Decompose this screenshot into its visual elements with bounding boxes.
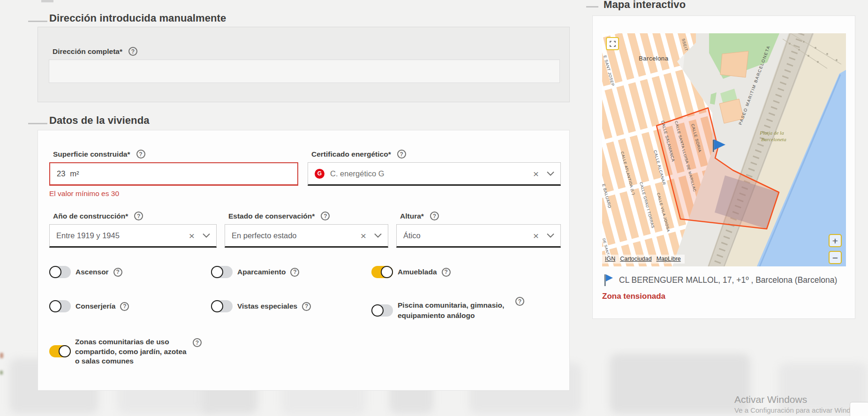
surface-value: 23 — [57, 169, 65, 178]
vistas-toggle[interactable] — [211, 300, 233, 312]
floor-label-row: Altura* ? — [400, 212, 439, 220]
amueblada-toggle[interactable] — [371, 266, 393, 278]
flag-icon — [603, 273, 613, 287]
year-select[interactable]: Entre 1919 y 1945 × — [49, 224, 217, 248]
tension-zone-status: Zona tensionada — [602, 292, 665, 301]
help-icon[interactable]: ? — [136, 150, 145, 159]
zonas-comunitarias-label: Zonas comunitarias de uso compartido, co… — [75, 337, 190, 366]
fullscreen-button[interactable] — [606, 37, 619, 50]
piscina-label: Piscina comunitaria, gimnasio, equipamie… — [398, 300, 505, 321]
toggle-amueblada-row: Amueblada ? — [371, 266, 451, 278]
help-icon[interactable]: ? — [321, 212, 330, 220]
chevron-down-icon[interactable] — [547, 171, 554, 176]
zoom-in-button[interactable]: + — [829, 234, 842, 247]
clear-icon[interactable]: × — [189, 231, 195, 241]
cutoff-element-stub — [41, 0, 53, 2]
zonas-comunitarias-toggle[interactable] — [49, 345, 71, 357]
condition-label: Estado de conservación* — [228, 212, 315, 220]
help-icon[interactable]: ? — [113, 268, 122, 277]
help-icon[interactable]: ? — [120, 302, 129, 311]
chevron-down-icon[interactable] — [203, 233, 210, 238]
aparcamiento-toggle[interactable] — [211, 266, 233, 278]
windows-watermark-line2: Ve a Configuración para activar Windows. — [734, 406, 865, 414]
surface-label-row: Superficie construida* ? — [53, 150, 145, 159]
fullscreen-icon — [610, 41, 616, 47]
energy-rating-badge: G — [315, 169, 325, 179]
help-icon[interactable]: ? — [290, 268, 299, 277]
surface-label: Superficie construida* — [53, 150, 130, 159]
section-title-dwelling: Datos de la vivienda — [49, 114, 150, 127]
interactive-map[interactable]: Barcelona Platja de la Barceloneta E SAN… — [602, 33, 846, 266]
chevron-down-icon[interactable] — [374, 233, 382, 238]
cutoff-corner-widget[interactable] — [850, 402, 868, 416]
energy-select[interactable]: G C. energético G × — [308, 162, 561, 186]
help-icon[interactable]: ? — [430, 212, 439, 220]
surface-input[interactable]: 23 m² — [49, 162, 298, 186]
toggle-ascensor-row: Ascensor ? — [49, 266, 122, 278]
clear-icon[interactable]: × — [533, 231, 539, 241]
heading-dash — [28, 21, 47, 22]
toggle-conserjeria-row: Conserjería ? — [49, 300, 129, 312]
ascensor-label: Ascensor — [75, 268, 109, 276]
chevron-down-icon[interactable] — [547, 233, 554, 238]
energy-label-row: Certificado energético* ? — [311, 150, 406, 159]
help-icon[interactable]: ? — [134, 212, 143, 220]
map-city-label: Barcelona — [639, 55, 669, 62]
windows-watermark-line1: Activar Windows — [734, 394, 807, 405]
full-address-label-row: Dirección completa* ? — [53, 47, 137, 56]
heading-dash — [586, 6, 598, 8]
heading-dash — [28, 123, 47, 124]
ascensor-toggle[interactable] — [49, 266, 71, 278]
surface-error: El valor mínimo es 30 — [49, 189, 119, 198]
map-attribution: IGN Cartociudad MapLibre — [602, 255, 685, 264]
amueblada-label: Amueblada — [398, 268, 437, 276]
piscina-toggle[interactable] — [371, 304, 393, 317]
attribution-link-maplibre[interactable]: MapLibre — [657, 256, 681, 262]
help-icon[interactable]: ? — [515, 297, 524, 306]
page: Dirección introducida manualmente Direcc… — [0, 0, 868, 416]
map-address-row: CL BERENGUER MALLOL, 17, +1º , Barcelona… — [603, 273, 837, 287]
help-icon[interactable]: ? — [128, 47, 137, 56]
toggle-aparcamiento-row: Aparcamiento ? — [211, 266, 299, 278]
condition-value: En perfecto estado — [232, 231, 297, 240]
full-address-label: Dirección completa* — [53, 47, 122, 56]
help-icon[interactable]: ? — [302, 302, 311, 311]
help-icon[interactable]: ? — [397, 150, 406, 159]
attribution-link-ign[interactable]: IGN — [605, 256, 615, 262]
floor-select[interactable]: Ático × — [396, 224, 561, 248]
toggle-vistas-row: Vistas especiales ? — [211, 300, 311, 312]
map-beach-label-line2: Barceloneta — [761, 136, 786, 142]
help-icon[interactable]: ? — [193, 338, 202, 347]
conserjeria-toggle[interactable] — [49, 300, 71, 312]
surface-unit: m² — [70, 169, 79, 178]
clear-icon[interactable]: × — [361, 231, 366, 241]
section-title-map: Mapa interactivo — [604, 0, 686, 11]
toggle-piscina-row: Piscina comunitaria, gimnasio, equipamie… — [371, 300, 505, 321]
energy-value: C. energético G — [330, 169, 385, 178]
map-beach-label-line1: Platja de la — [759, 130, 784, 136]
full-address-input[interactable] — [49, 60, 560, 83]
section-title-manual-address: Dirección introducida manualmente — [49, 12, 226, 24]
energy-label: Certificado energético* — [311, 150, 391, 159]
floor-label: Altura* — [400, 212, 424, 220]
floor-value: Ático — [403, 231, 421, 240]
clear-icon[interactable]: × — [533, 169, 539, 179]
zoom-out-button[interactable]: − — [829, 251, 842, 264]
dwelling-panel: Superficie construida* ? Certificado ene… — [38, 130, 570, 391]
year-label-row: Año de construcción* ? — [53, 212, 143, 220]
conserjeria-label: Conserjería — [75, 302, 115, 310]
map-address: CL BERENGUER MALLOL, 17, +1º , Barcelona… — [619, 275, 837, 285]
condition-label-row: Estado de conservación* ? — [228, 212, 330, 220]
condition-select[interactable]: En perfecto estado × — [225, 224, 388, 248]
help-icon[interactable]: ? — [442, 268, 451, 277]
attribution-link-cartociudad[interactable]: Cartociudad — [620, 256, 651, 262]
year-label: Año de construcción* — [53, 212, 128, 220]
year-value: Entre 1919 y 1945 — [56, 231, 120, 240]
vistas-label: Vistas especiales — [237, 302, 297, 310]
aparcamiento-label: Aparcamiento — [237, 268, 286, 276]
